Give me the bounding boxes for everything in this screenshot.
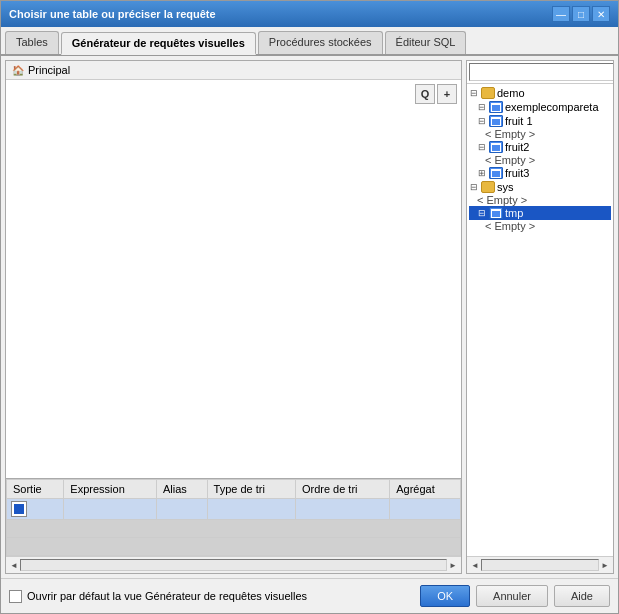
tree-empty-sys: < Empty > [469,194,611,206]
expand-icon-fruit2[interactable]: ⊟ [477,142,487,152]
left-panel: 🏠 Principal Q + Sortie Expression Alias [5,60,462,574]
panel-header-label: Principal [28,64,70,76]
expand-icon-exemplecompareta[interactable]: ⊟ [477,102,487,112]
title-bar-buttons: — □ ✕ [552,6,610,22]
table-icon-tmp [489,207,503,219]
tree-label-exemplecompareta: exemplecompareta [505,101,599,113]
expand-icon-demo[interactable]: ⊟ [469,88,479,98]
cell-expression[interactable] [64,499,157,520]
tree-label-fruit1: fruit 1 [505,115,533,127]
cell-type-tri[interactable] [207,499,295,520]
tree-empty-fruit2: < Empty > [469,154,611,166]
left-scrollbar-area: ◄ ► [6,556,461,573]
right-scroll-right-arrow[interactable]: ► [601,561,609,570]
scroll-left-arrow[interactable]: ◄ [10,561,18,570]
scroll-right-arrow[interactable]: ► [449,561,457,570]
cancel-button[interactable]: Annuler [476,585,548,607]
col-ordre-tri: Ordre de tri [295,480,389,499]
title-bar: Choisir une table ou préciser la requête… [1,1,618,27]
tree-node-fruit3[interactable]: ⊞ fruit3 [469,166,611,180]
right-scroll-left-arrow[interactable]: ◄ [471,561,479,570]
tab-tables[interactable]: Tables [5,31,59,54]
table-row [7,499,461,520]
horizontal-scrollbar[interactable] [20,559,447,571]
panel-header: 🏠 Principal [6,61,461,80]
tree-node-sys[interactable]: ⊟ sys [469,180,611,194]
query-canvas[interactable]: Q + [6,80,461,478]
tab-stored-procs[interactable]: Procédures stockées [258,31,383,54]
q-button[interactable]: Q [415,84,435,104]
db-icon-demo [481,87,495,99]
checkbox-inner [14,504,24,514]
sortie-checkbox[interactable] [11,501,27,517]
panel-header-icon: 🏠 [12,65,24,76]
table-icon-fruit1 [489,115,503,127]
tree-empty-fruit1: < Empty > [469,128,611,140]
db-icon-sys [481,181,495,193]
tree-node-fruit1[interactable]: ⊟ fruit 1 [469,114,611,128]
table-icon-fruit2 [489,141,503,153]
expand-icon-fruit1[interactable]: ⊟ [477,116,487,126]
right-scrollbar-area: ◄ ► [467,556,613,573]
bottom-bar: Ouvrir par défaut la vue Générateur de r… [1,578,618,613]
main-content: 🏠 Principal Q + Sortie Expression Alias [1,56,618,578]
tree-node-fruit2[interactable]: ⊟ fruit2 [469,140,611,154]
table-row [7,538,461,556]
tree-node-exemplecompareta[interactable]: ⊟ exemplecompareta [469,100,611,114]
minimize-button[interactable]: — [552,6,570,22]
tree-empty-tmp: < Empty > [469,220,611,232]
ok-button[interactable]: OK [420,585,470,607]
cell-agregat[interactable] [390,499,461,520]
query-toolbar: Q + [415,84,457,104]
tab-sql-editor[interactable]: Éditeur SQL [385,31,467,54]
tree-label-demo: demo [497,87,525,99]
maximize-button[interactable]: □ [572,6,590,22]
right-horizontal-scrollbar[interactable] [481,559,599,571]
cell-empty2 [7,538,461,556]
default-view-checkbox-label[interactable]: Ouvrir par défaut la vue Générateur de r… [9,590,307,603]
grid-table: Sortie Expression Alias Type de tri Ordr… [6,479,461,556]
tree-label-fruit3: fruit3 [505,167,529,179]
help-button[interactable]: Aide [554,585,610,607]
right-panel: ✕ ⊟ demo ⊟ exemplecompareta ⊟ [466,60,614,574]
tabs-bar: Tables Générateur de requêtes visuelles … [1,27,618,56]
tree-node-demo[interactable]: ⊟ demo [469,86,611,100]
tree-area: ⊟ demo ⊟ exemplecompareta ⊟ fruit 1 < Em… [467,84,613,556]
bottom-grid: Sortie Expression Alias Type de tri Ordr… [6,478,461,573]
action-buttons: OK Annuler Aide [420,585,610,607]
cell-ordre-tri[interactable] [295,499,389,520]
col-expression: Expression [64,480,157,499]
expand-icon-fruit3[interactable]: ⊞ [477,168,487,178]
col-agregat: Agrégat [390,480,461,499]
dialog: Choisir une table ou préciser la requête… [0,0,619,614]
table-icon-exemplecompareta [489,101,503,113]
default-view-label: Ouvrir par défaut la vue Générateur de r… [27,590,307,602]
cell-alias[interactable] [156,499,207,520]
expand-icon-tmp[interactable]: ⊟ [477,208,487,218]
tree-label-sys: sys [497,181,514,193]
tree-label-tmp: tmp [505,207,523,219]
tree-label-fruit2: fruit2 [505,141,529,153]
cell-empty [7,520,461,538]
table-row [7,520,461,538]
search-input[interactable] [469,63,614,81]
col-alias: Alias [156,480,207,499]
col-sortie: Sortie [7,480,64,499]
plus-button[interactable]: + [437,84,457,104]
search-area: ✕ [467,61,613,84]
tab-visual-query[interactable]: Générateur de requêtes visuelles [61,32,256,55]
default-view-checkbox[interactable] [9,590,22,603]
tree-node-tmp[interactable]: ⊟ tmp [469,206,611,220]
cell-sortie [7,499,64,520]
close-button[interactable]: ✕ [592,6,610,22]
table-icon-fruit3 [489,167,503,179]
col-type-tri: Type de tri [207,480,295,499]
dialog-title: Choisir une table ou préciser la requête [9,8,216,20]
expand-icon-sys[interactable]: ⊟ [469,182,479,192]
